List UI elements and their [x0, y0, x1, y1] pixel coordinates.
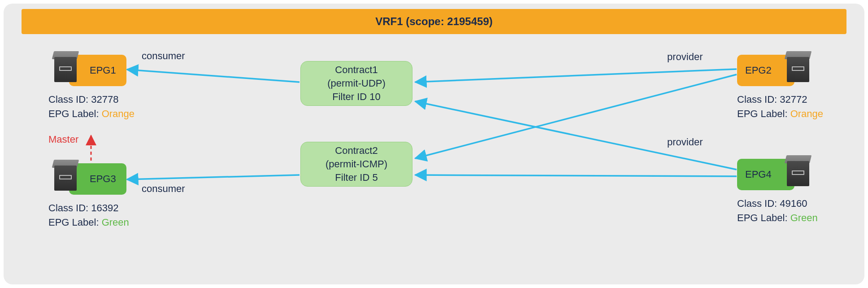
epg1-info: Class ID: 32778 EPG Label: Orange — [48, 92, 135, 121]
epg2-label-value: Orange — [790, 108, 823, 119]
epg3-name: EPG3 — [90, 173, 116, 185]
contract1-name: Contract1 — [335, 63, 378, 77]
contract2-filter: Filter ID 5 — [335, 171, 378, 184]
epg1-classid: Class ID: 32778 — [48, 92, 135, 107]
epg4-name: EPG4 — [745, 169, 772, 180]
consumer-label-top: consumer — [142, 50, 185, 62]
vrf-title: VRF1 (scope: 2195459) — [375, 15, 492, 28]
epg3-label-value: Green — [102, 217, 129, 228]
server-icon — [785, 155, 812, 188]
server-icon — [785, 51, 812, 84]
epg4-label-row: EPG Label: Green — [737, 211, 818, 225]
epg4-info: Class ID: 49160 EPG Label: Green — [737, 196, 818, 225]
epg2-label-row: EPG Label: Orange — [737, 107, 823, 121]
epg1-label-row: EPG Label: Orange — [48, 107, 135, 121]
epg2-info: Class ID: 32772 EPG Label: Orange — [737, 92, 823, 121]
server-icon — [52, 160, 79, 193]
connections-layer — [4, 4, 864, 284]
consumer-label-bottom: consumer — [142, 183, 185, 195]
epg4-label-prefix: EPG Label: — [737, 212, 790, 223]
epg3-label-prefix: EPG Label: — [48, 217, 102, 228]
epg3-classid: Class ID: 16392 — [48, 201, 129, 215]
arrow-epg2-to-c1 — [415, 69, 737, 82]
epg1-name: EPG1 — [90, 65, 116, 76]
contract2-name: Contract2 — [335, 144, 378, 157]
contract1-rule: (permit-UDP) — [327, 77, 386, 90]
contract2-rule: (permit-ICMP) — [326, 157, 387, 171]
epg2-name: EPG2 — [745, 65, 772, 76]
epg2-classid: Class ID: 32772 — [737, 92, 823, 107]
epg4-label-value: Green — [790, 212, 818, 223]
epg4-classid: Class ID: 49160 — [737, 196, 818, 211]
epg1-label-prefix: EPG Label: — [48, 108, 102, 119]
server-icon — [52, 51, 79, 84]
diagram-canvas: VRF1 (scope: 2195459) — [4, 4, 864, 284]
epg3-info: Class ID: 16392 EPG Label: Green — [48, 201, 129, 230]
epg2-label-prefix: EPG Label: — [737, 108, 790, 119]
vrf-header: VRF1 (scope: 2195459) — [22, 9, 846, 34]
arrow-epg4-to-c2 — [415, 175, 737, 176]
provider-label-bottom: provider — [667, 136, 703, 148]
provider-label-top: provider — [667, 51, 703, 63]
epg3-label-row: EPG Label: Green — [48, 215, 129, 230]
arrow-c1-to-epg1 — [127, 70, 299, 82]
arrow-epg4-to-c1 — [415, 101, 737, 170]
contract2-box: Contract2 (permit-ICMP) Filter ID 5 — [300, 142, 412, 187]
contract1-box: Contract1 (permit-UDP) Filter ID 10 — [300, 61, 412, 106]
arrow-c2-to-epg3 — [127, 175, 299, 179]
epg1-label-value: Orange — [102, 108, 135, 119]
master-label: Master — [48, 134, 78, 145]
contract1-filter: Filter ID 10 — [332, 90, 381, 104]
